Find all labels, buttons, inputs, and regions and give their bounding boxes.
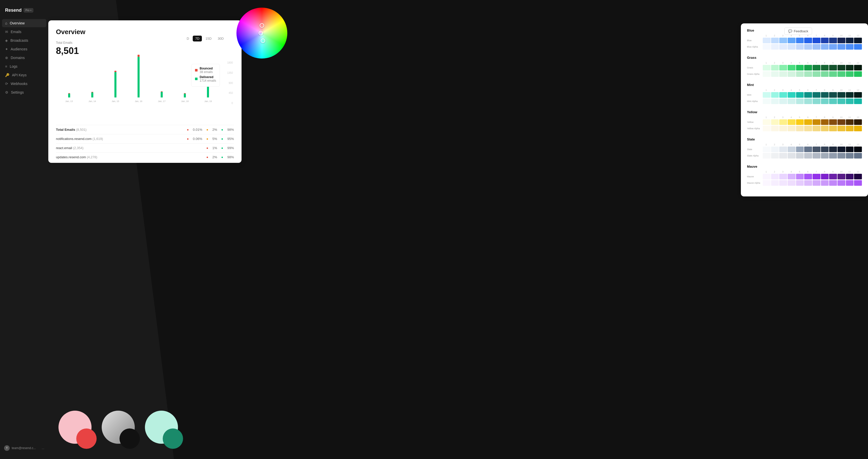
swatch-cell[interactable]	[779, 92, 787, 98]
swatch-cell[interactable]	[829, 65, 837, 70]
swatch-cell[interactable]	[821, 147, 829, 152]
swatch-cell[interactable]	[788, 119, 796, 125]
swatch-cell[interactable]	[804, 92, 812, 98]
swatch-cell[interactable]	[837, 174, 845, 179]
swatch-cell[interactable]	[837, 92, 845, 98]
swatch-cell[interactable]	[854, 38, 862, 43]
swatch-cell[interactable]	[771, 153, 779, 159]
swatch-cell[interactable]	[771, 147, 779, 152]
swatch-cell[interactable]	[788, 126, 796, 131]
swatch-cell[interactable]	[813, 98, 820, 104]
swatch-cell[interactable]	[829, 38, 837, 43]
color-wheel-container[interactable]	[237, 8, 287, 59]
swatch-cell[interactable]	[779, 126, 787, 131]
swatch-cell[interactable]	[837, 153, 845, 159]
swatch-cell[interactable]	[821, 98, 829, 104]
swatch-cell[interactable]	[813, 92, 820, 98]
swatch-cell[interactable]	[837, 119, 845, 125]
swatch-cell[interactable]	[788, 98, 796, 104]
swatch-cell[interactable]	[804, 71, 812, 77]
swatch-cell[interactable]	[821, 65, 829, 70]
swatch-cell[interactable]	[779, 65, 787, 70]
swatch-cell[interactable]	[763, 65, 771, 70]
swatch-cell[interactable]	[813, 147, 820, 152]
sidebar-item-broadcasts[interactable]: ◈ Broadcasts	[2, 36, 46, 45]
swatch-cell[interactable]	[846, 71, 854, 77]
swatch-cell[interactable]	[829, 180, 837, 186]
swatch-cell[interactable]	[796, 65, 804, 70]
swatch-cell[interactable]	[796, 119, 804, 125]
swatch-cell[interactable]	[846, 180, 854, 186]
swatch-cell[interactable]	[829, 174, 837, 179]
swatch-cell[interactable]	[779, 44, 787, 50]
swatch-cell[interactable]	[821, 126, 829, 131]
swatch-cell[interactable]	[813, 119, 820, 125]
swatch-cell[interactable]	[846, 65, 854, 70]
time-btn-30d[interactable]: 30D	[215, 36, 226, 41]
swatch-cell[interactable]	[796, 153, 804, 159]
swatch-cell[interactable]	[829, 147, 837, 152]
swatch-cell[interactable]	[779, 98, 787, 104]
swatch-cell[interactable]	[854, 147, 862, 152]
more-options[interactable]: ...	[42, 446, 44, 450]
swatch-cell[interactable]	[796, 38, 804, 43]
swatch-cell[interactable]	[763, 126, 771, 131]
swatch-cell[interactable]	[771, 92, 779, 98]
swatch-cell[interactable]	[771, 65, 779, 70]
swatch-cell[interactable]	[854, 92, 862, 98]
swatch-cell[interactable]	[846, 98, 854, 104]
swatch-cell[interactable]	[846, 147, 854, 152]
sidebar-item-overview[interactable]: ⌂ Overview	[2, 19, 46, 27]
swatch-cell[interactable]	[779, 71, 787, 77]
swatch-cell[interactable]	[804, 180, 812, 186]
swatch-cell[interactable]	[821, 174, 829, 179]
swatch-cell[interactable]	[804, 153, 812, 159]
swatch-cell[interactable]	[771, 126, 779, 131]
wheel-handle-3[interactable]	[260, 38, 265, 43]
swatch-cell[interactable]	[788, 174, 796, 179]
swatch-cell[interactable]	[846, 174, 854, 179]
swatch-cell[interactable]	[788, 38, 796, 43]
swatch-cell[interactable]	[813, 174, 820, 179]
swatch-cell[interactable]	[821, 71, 829, 77]
swatch-cell[interactable]	[788, 180, 796, 186]
time-btn-15d[interactable]: 15D	[203, 36, 214, 41]
swatch-cell[interactable]	[763, 174, 771, 179]
swatch-cell[interactable]	[854, 65, 862, 70]
swatch-cell[interactable]	[763, 147, 771, 152]
sidebar-item-emails[interactable]: ✉ Emails	[2, 28, 46, 36]
swatch-cell[interactable]	[854, 180, 862, 186]
swatch-cell[interactable]	[788, 71, 796, 77]
swatch-cell[interactable]	[837, 180, 845, 186]
swatch-cell[interactable]	[771, 119, 779, 125]
swatch-cell[interactable]	[829, 153, 837, 159]
swatch-cell[interactable]	[813, 71, 820, 77]
swatch-cell[interactable]	[829, 71, 837, 77]
swatch-cell[interactable]	[771, 174, 779, 179]
wheel-handle-2[interactable]	[258, 31, 263, 35]
swatch-cell[interactable]	[763, 38, 771, 43]
swatch-cell[interactable]	[821, 44, 829, 50]
swatch-cell[interactable]	[846, 38, 854, 43]
swatch-cell[interactable]	[813, 44, 820, 50]
swatch-cell[interactable]	[796, 126, 804, 131]
color-wheel[interactable]	[237, 8, 287, 59]
swatch-cell[interactable]	[779, 153, 787, 159]
swatch-cell[interactable]	[796, 71, 804, 77]
wheel-handle-1[interactable]	[259, 23, 264, 28]
swatch-cell[interactable]	[796, 147, 804, 152]
swatch-cell[interactable]	[788, 65, 796, 70]
swatch-cell[interactable]	[854, 119, 862, 125]
swatch-cell[interactable]	[837, 38, 845, 43]
sidebar-item-audiences[interactable]: ✦ Audiences	[2, 45, 46, 53]
swatch-cell[interactable]	[821, 92, 829, 98]
swatch-cell[interactable]	[829, 126, 837, 131]
swatch-cell[interactable]	[813, 65, 820, 70]
sidebar-item-domains[interactable]: ⊕ Domains	[2, 54, 46, 62]
swatch-cell[interactable]	[779, 147, 787, 152]
swatch-cell[interactable]	[821, 119, 829, 125]
swatch-cell[interactable]	[821, 153, 829, 159]
stats-row-updates[interactable]: updates.resend.com (4,278) ● 2% ● 98%	[56, 152, 234, 162]
swatch-cell[interactable]	[829, 119, 837, 125]
swatch-cell[interactable]	[796, 92, 804, 98]
